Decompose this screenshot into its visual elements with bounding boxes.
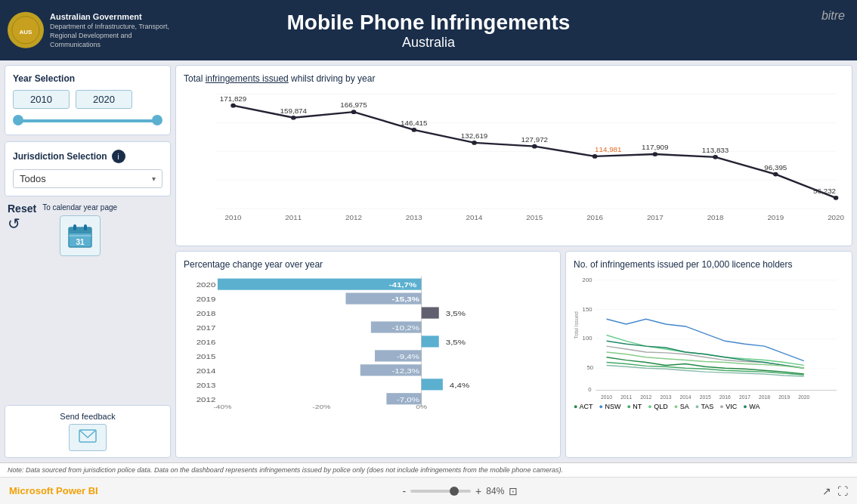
header-title: Mobile Phone Infringements Australia bbox=[287, 11, 571, 51]
calendar-label: To calendar year page bbox=[42, 203, 117, 212]
svg-point-36 bbox=[230, 104, 236, 108]
svg-text:2017: 2017 bbox=[647, 215, 664, 221]
svg-text:2016: 2016 bbox=[196, 339, 216, 345]
svg-text:2010: 2010 bbox=[601, 394, 612, 400]
year-selection-box: Year Selection 2010 2020 bbox=[5, 65, 171, 135]
gov-text: Australian Government Department of Infr… bbox=[50, 11, 171, 49]
legend-nt: ● NT bbox=[627, 403, 642, 410]
powerbi-label[interactable]: Microsoft Power BI bbox=[9, 485, 98, 496]
footer-note: Note: Data sourced from jurisdiction pol… bbox=[0, 462, 857, 477]
jurisdiction-label: Jurisdiction Selection bbox=[13, 151, 107, 162]
chart-legend: ● ACT ● NSW ● NT ● QLD ● SA ● TAS ● VIC … bbox=[574, 401, 844, 410]
zoom-slider[interactable] bbox=[410, 490, 471, 493]
charts-area: Total infringements issued whilst drivin… bbox=[175, 65, 852, 458]
svg-point-45 bbox=[773, 172, 778, 177]
svg-rect-4 bbox=[73, 224, 76, 230]
zoom-in-button[interactable]: + bbox=[475, 485, 481, 497]
bar-chart-title-text: Percentage change year over year bbox=[184, 259, 323, 270]
fullscreen-icon[interactable]: ⛶ bbox=[837, 485, 848, 497]
svg-rect-3 bbox=[69, 227, 91, 233]
svg-text:117,909: 117,909 bbox=[642, 144, 668, 151]
zoom-level: 84% bbox=[486, 486, 504, 496]
svg-text:2013: 2013 bbox=[406, 215, 422, 221]
calendar-button[interactable]: To calendar year page 31 bbox=[42, 203, 117, 256]
license-chart-area: 200 150 100 50 0 Total Issued bbox=[574, 273, 844, 401]
fit-screen-icon[interactable]: ⊡ bbox=[509, 485, 518, 497]
legend-nsw: ● NSW bbox=[599, 403, 620, 410]
jurisdiction-box: Jurisdiction Selection i Todos ▾ bbox=[5, 141, 171, 196]
calendar-icon[interactable]: 31 bbox=[60, 215, 101, 256]
svg-text:96,395: 96,395 bbox=[764, 164, 787, 171]
info-icon[interactable]: i bbox=[112, 150, 125, 163]
year-selection-label: Year Selection bbox=[13, 73, 162, 84]
jurisdiction-dropdown[interactable]: Todos ▾ bbox=[13, 169, 162, 188]
svg-point-42 bbox=[592, 154, 598, 159]
year-slider[interactable] bbox=[13, 115, 162, 127]
reset-section: Reset ↺ bbox=[5, 203, 36, 233]
svg-text:-40%: -40% bbox=[213, 404, 231, 409]
svg-point-37 bbox=[291, 116, 296, 120]
chevron-down-icon: ▾ bbox=[152, 175, 156, 183]
legend-vic: ● VIC bbox=[719, 403, 737, 410]
svg-text:200: 200 bbox=[583, 277, 592, 283]
svg-text:2015: 2015 bbox=[526, 215, 543, 221]
jurisdiction-value: Todos bbox=[20, 173, 46, 184]
svg-text:-9,4%: -9,4% bbox=[397, 353, 419, 360]
svg-text:2013: 2013 bbox=[660, 394, 671, 400]
share-icon[interactable]: ↗ bbox=[822, 485, 831, 497]
year-range: 2010 2020 bbox=[13, 90, 162, 109]
svg-text:2016: 2016 bbox=[719, 394, 731, 400]
bar-chart-title: Percentage change year over year bbox=[184, 259, 552, 270]
slider-fill bbox=[16, 119, 159, 122]
svg-text:50: 50 bbox=[586, 364, 593, 371]
license-chart-title: No. of infringements issued per 10,000 l… bbox=[574, 259, 844, 270]
svg-text:159,874: 159,874 bbox=[280, 108, 307, 115]
slider-thumb-left[interactable] bbox=[13, 115, 23, 125]
feedback-icon[interactable] bbox=[69, 424, 107, 451]
feedback-section: Send feedback bbox=[5, 405, 171, 458]
svg-text:2012: 2012 bbox=[345, 215, 362, 221]
svg-point-40 bbox=[472, 141, 477, 145]
zoom-out-button[interactable]: - bbox=[402, 485, 406, 497]
svg-text:146,415: 146,415 bbox=[401, 120, 427, 127]
svg-text:56,232: 56,232 bbox=[813, 188, 836, 195]
calendar-reset-row: Reset ↺ To calendar year page 31 bbox=[5, 203, 171, 256]
bar-chart-area: 2020 -41,7% 2019 -15,3% 2018 3,5% bbox=[184, 273, 552, 409]
header: AUS Australian Government Department of … bbox=[0, 0, 857, 60]
svg-text:-20%: -20% bbox=[312, 404, 330, 409]
line-chart-title: Total infringements issued whilst drivin… bbox=[184, 73, 844, 84]
year-from[interactable]: 2010 bbox=[13, 90, 70, 109]
svg-text:171,829: 171,829 bbox=[220, 96, 246, 103]
svg-text:127,972: 127,972 bbox=[521, 137, 548, 144]
line-chart-box: Total infringements issued whilst drivin… bbox=[175, 65, 852, 246]
svg-text:100: 100 bbox=[583, 335, 592, 342]
svg-text:AUS: AUS bbox=[20, 29, 33, 36]
svg-text:2011: 2011 bbox=[285, 215, 302, 221]
slider-thumb-right[interactable] bbox=[152, 115, 162, 125]
svg-text:2014: 2014 bbox=[680, 394, 691, 400]
svg-point-43 bbox=[653, 152, 658, 156]
svg-text:-10,2%: -10,2% bbox=[391, 324, 419, 331]
svg-text:2014: 2014 bbox=[466, 215, 483, 221]
svg-text:4,4%: 4,4% bbox=[450, 382, 469, 388]
license-chart-box: No. of infringements issued per 10,000 l… bbox=[565, 251, 852, 458]
svg-text:3,5%: 3,5% bbox=[446, 339, 466, 345]
svg-text:2017: 2017 bbox=[196, 324, 216, 331]
svg-text:113,833: 113,833 bbox=[702, 147, 729, 154]
svg-text:-7,0%: -7,0% bbox=[397, 396, 419, 403]
svg-text:2016: 2016 bbox=[586, 215, 603, 221]
svg-text:2012: 2012 bbox=[640, 394, 651, 400]
svg-point-46 bbox=[834, 196, 839, 200]
svg-text:2013: 2013 bbox=[196, 382, 216, 388]
svg-text:2019: 2019 bbox=[196, 295, 216, 302]
line-chart-area: 171,829 159,874 166,975 146,415 132,619 … bbox=[184, 87, 844, 223]
svg-text:2018: 2018 bbox=[707, 215, 724, 221]
svg-text:2017: 2017 bbox=[739, 394, 750, 400]
svg-text:132,619: 132,619 bbox=[461, 133, 487, 140]
svg-text:2011: 2011 bbox=[620, 394, 632, 400]
svg-text:2015: 2015 bbox=[700, 394, 711, 400]
reset-icon[interactable]: ↺ bbox=[8, 215, 20, 233]
main-container: AUS Australian Government Department of … bbox=[0, 0, 857, 504]
year-to[interactable]: 2020 bbox=[76, 90, 132, 109]
reset-label: Reset bbox=[8, 203, 36, 215]
